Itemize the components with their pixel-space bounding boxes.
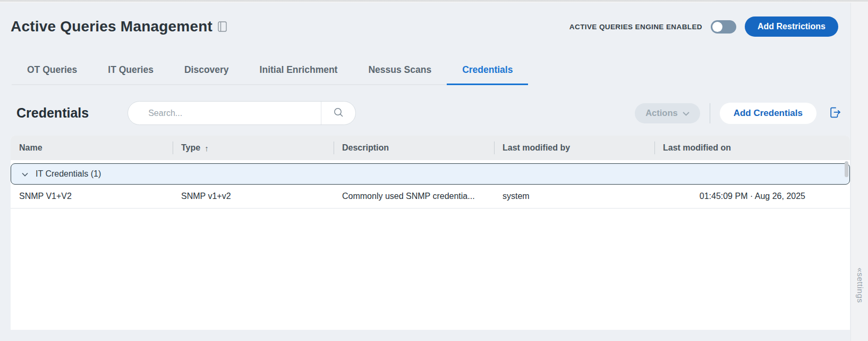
column-header-type[interactable]: Type ↑ (173, 136, 334, 160)
page-title: Active Queries Management (11, 18, 212, 35)
search-box (127, 101, 356, 125)
toolbar-divider (710, 103, 710, 123)
search-button[interactable] (321, 102, 355, 124)
tab-credentials[interactable]: Credentials (447, 57, 528, 84)
tab-initial-enrichment[interactable]: Initial Enrichment (244, 57, 353, 84)
settings-rail-toggle[interactable]: «settings (855, 268, 865, 303)
credentials-table: Name Type ↑ Description Last modified by… (11, 136, 850, 330)
vertical-scrollbar-thumb[interactable] (845, 161, 848, 177)
column-header-name[interactable]: Name (11, 136, 173, 160)
group-row-it-credentials[interactable]: IT Credentials (1) (11, 163, 850, 185)
column-header-last-modified-by[interactable]: Last modified by (494, 136, 654, 160)
search-icon (333, 107, 344, 120)
tab-nessus-scans[interactable]: Nessus Scans (353, 57, 447, 84)
window-top-edge (0, 0, 868, 3)
section-title: Credentials (16, 105, 89, 121)
chevron-down-icon (683, 108, 690, 118)
cell-last-modified-by: system (494, 192, 654, 201)
chevron-down-icon (22, 169, 28, 179)
search-input[interactable] (128, 102, 321, 124)
sort-asc-icon: ↑ (205, 144, 209, 153)
cell-name: SNMP V1+V2 (11, 192, 173, 201)
actions-label: Actions (645, 108, 678, 118)
tab-discovery[interactable]: Discovery (169, 57, 244, 84)
settings-rail: «settings (850, 3, 868, 341)
add-credentials-button[interactable]: Add Credentials (720, 103, 816, 124)
table-row[interactable]: SNMP V1+V2 SNMP v1+v2 Commonly used SNMP… (11, 185, 850, 209)
tab-ot-queries[interactable]: OT Queries (12, 57, 92, 84)
cell-description: Commonly used SNMP credentia... (334, 192, 494, 201)
collapse-chevrons-icon: « (856, 268, 865, 272)
release-notes-book-icon[interactable] (218, 19, 227, 34)
settings-rail-label: settings (856, 272, 865, 303)
add-restrictions-button[interactable]: Add Restrictions (745, 16, 838, 37)
export-icon (828, 106, 841, 121)
export-button[interactable] (828, 106, 841, 121)
cell-last-modified-on: 01:45:09 PM · Aug 26, 2025 (654, 192, 850, 201)
column-header-last-modified-on[interactable]: Last modified on (654, 136, 850, 160)
cell-type: SNMP v1+v2 (173, 192, 334, 201)
group-row-label: IT Credentials (1) (36, 169, 101, 179)
credentials-toolbar: Credentials Actions (11, 101, 868, 125)
toggle-knob (712, 22, 722, 32)
engine-toggle-label: ACTIVE QUERIES ENGINE ENABLED (569, 23, 702, 31)
tab-it-queries[interactable]: IT Queries (92, 57, 169, 84)
active-queries-engine-toggle[interactable] (711, 20, 736, 34)
tab-bar: OT Queries IT Queries Discovery Initial … (12, 57, 528, 85)
actions-dropdown[interactable]: Actions (635, 103, 700, 123)
table-header-row: Name Type ↑ Description Last modified by… (11, 136, 850, 160)
active-queries-page: Active Queries Management ACTIVE QUERIES… (0, 16, 868, 330)
column-header-description[interactable]: Description (334, 136, 494, 160)
page-header: Active Queries Management ACTIVE QUERIES… (11, 16, 868, 37)
